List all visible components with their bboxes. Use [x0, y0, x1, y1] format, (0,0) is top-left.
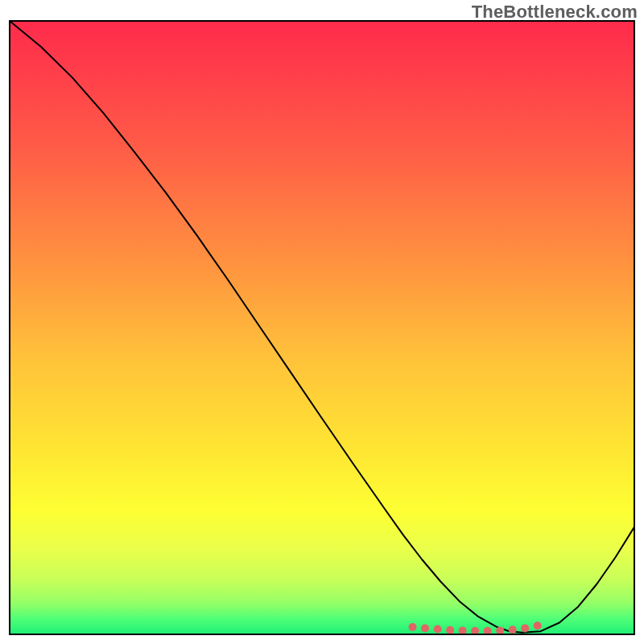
marker-dot: [459, 626, 467, 634]
marker-dot: [421, 624, 429, 632]
marker-dot: [509, 625, 517, 634]
marker-dot: [409, 623, 417, 631]
marker-dot: [496, 626, 504, 634]
marker-dot: [434, 625, 442, 634]
bottleneck-chart: [0, 0, 644, 644]
marker-dot: [521, 624, 529, 632]
marker-dot: [446, 626, 454, 634]
marker-dot: [534, 621, 542, 630]
watermark-text: TheBottleneck.com: [472, 2, 638, 23]
